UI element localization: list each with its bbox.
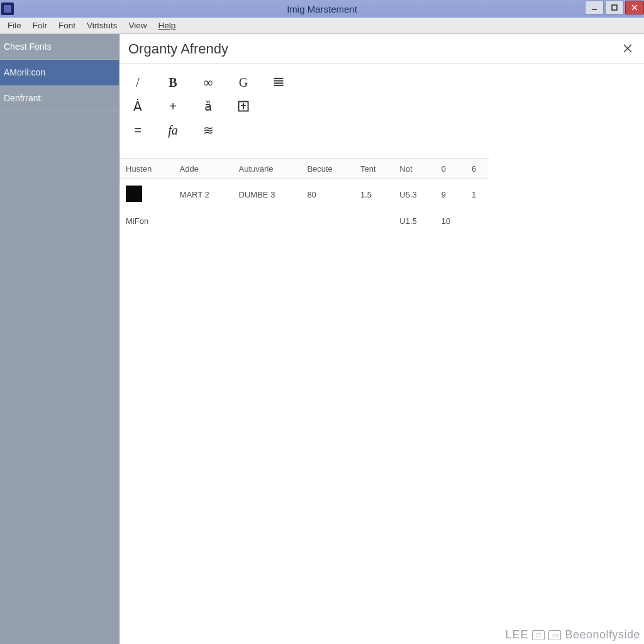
glyph-a-diac[interactable]: ȁ xyxy=(199,97,218,116)
glyph-list-icon[interactable] xyxy=(269,73,288,92)
glyph-toolbar: / B ∞ G Ȧ + ȁ = xyxy=(119,64,644,143)
status-text-tail: Beeonolfyside xyxy=(565,628,640,641)
main-panel: Organty Afrendy / B ∞ G Ȧ xyxy=(119,34,644,644)
glyph-row-1: / B ∞ G xyxy=(126,70,638,94)
status-bar: LEE □ ▭ Beeonolfyside xyxy=(505,628,640,641)
color-swatch xyxy=(126,186,142,202)
table-header-row: Husten Adde Autuvarie Becute Tent Not 0 … xyxy=(119,159,489,179)
cell: MART 2 xyxy=(174,179,233,211)
col-not[interactable]: Not xyxy=(393,159,435,179)
cell: U5.3 xyxy=(393,179,435,211)
glyph-row-2: Ȧ + ȁ xyxy=(126,94,638,118)
cell: MiFon xyxy=(119,210,174,232)
maximize-icon xyxy=(611,4,618,11)
minimize-button[interactable] xyxy=(585,1,604,14)
panel-header: Organty Afrendy xyxy=(119,34,644,64)
sidebar-item-chest-fonts[interactable]: Chest Fonts xyxy=(0,34,119,60)
status-indicator-1-icon: □ xyxy=(532,630,545,640)
table-row[interactable]: MART 2 DUMBE 3 80 1.5 U5.3 9 1 xyxy=(119,179,489,211)
col-becute[interactable]: Becute xyxy=(301,159,354,179)
table-row[interactable]: MiFon U1.5 10 xyxy=(119,210,489,232)
cell xyxy=(465,210,489,232)
menu-help[interactable]: Help xyxy=(153,19,181,32)
sidebar-item-amorilcon[interactable]: AMoril:con xyxy=(0,60,119,86)
menu-file[interactable]: File xyxy=(3,19,26,32)
menu-bar: File Folr Font Virtstuts View Help xyxy=(0,18,644,34)
cell xyxy=(233,210,301,232)
cell: DUMBE 3 xyxy=(233,179,301,211)
app-icon xyxy=(1,3,14,15)
cell: 9 xyxy=(435,179,465,211)
font-table: Husten Adde Autuvarie Becute Tent Not 0 … xyxy=(119,158,489,232)
window-title: Imig Marstement xyxy=(287,4,357,14)
glyph-a-dot[interactable]: Ȧ xyxy=(128,97,147,116)
close-icon xyxy=(623,43,633,53)
close-icon xyxy=(631,4,638,11)
glyph-g[interactable]: G xyxy=(234,73,253,92)
cell: 1.5 xyxy=(354,179,393,211)
glyph-waves[interactable]: ≋ xyxy=(199,121,218,140)
cell xyxy=(354,210,393,232)
close-button[interactable] xyxy=(625,1,644,14)
glyph-plus[interactable]: + xyxy=(164,97,182,116)
status-indicator-2-icon: ▭ xyxy=(548,630,561,640)
cell: 1 xyxy=(465,179,489,211)
minimize-icon xyxy=(591,4,597,11)
cell: 10 xyxy=(435,210,465,232)
title-bar: Imig Marstement xyxy=(0,0,644,18)
cell: U1.5 xyxy=(393,210,435,232)
maximize-button[interactable] xyxy=(605,1,624,14)
sidebar: Chest Fonts AMoril:con Denfrrant: xyxy=(0,34,119,644)
glyph-row-3: = fa ≋ xyxy=(126,118,638,142)
panel-title: Organty Afrendy xyxy=(128,41,228,57)
menu-view[interactable]: View xyxy=(124,19,152,32)
cell xyxy=(174,210,233,232)
col-tent[interactable]: Tent xyxy=(354,159,393,179)
col-6[interactable]: 6 xyxy=(465,159,489,179)
glyph-boxed[interactable] xyxy=(234,97,253,116)
menu-virtstuts[interactable]: Virtstuts xyxy=(82,19,123,32)
menu-font[interactable]: Font xyxy=(53,19,80,32)
col-0[interactable]: 0 xyxy=(435,159,465,179)
panel-close-button[interactable] xyxy=(619,41,636,57)
glyph-slash[interactable]: / xyxy=(128,73,147,92)
glyph-equals[interactable]: = xyxy=(128,121,147,140)
list-icon xyxy=(272,76,285,89)
menu-folr[interactable]: Folr xyxy=(28,19,52,32)
body-split: Chest Fonts AMoril:con Denfrrant: Organt… xyxy=(0,34,644,644)
glyph-fa[interactable]: fa xyxy=(164,121,182,140)
col-autuvarie[interactable]: Autuvarie xyxy=(233,159,301,179)
svg-rect-1 xyxy=(612,5,617,10)
status-text-lee: LEE xyxy=(505,628,528,641)
cell-swatch xyxy=(119,179,174,211)
font-table-wrap: Husten Adde Autuvarie Becute Tent Not 0 … xyxy=(119,158,489,232)
glyph-bold[interactable]: B xyxy=(164,73,182,92)
sidebar-item-denfrrant[interactable]: Denfrrant: xyxy=(0,86,119,111)
cell: 80 xyxy=(301,179,354,211)
col-husten[interactable]: Husten xyxy=(119,159,174,179)
cell xyxy=(301,210,354,232)
glyph-infinity[interactable]: ∞ xyxy=(199,73,218,92)
col-adde[interactable]: Adde xyxy=(174,159,233,179)
window-controls xyxy=(585,0,644,18)
boxed-icon xyxy=(237,100,250,113)
